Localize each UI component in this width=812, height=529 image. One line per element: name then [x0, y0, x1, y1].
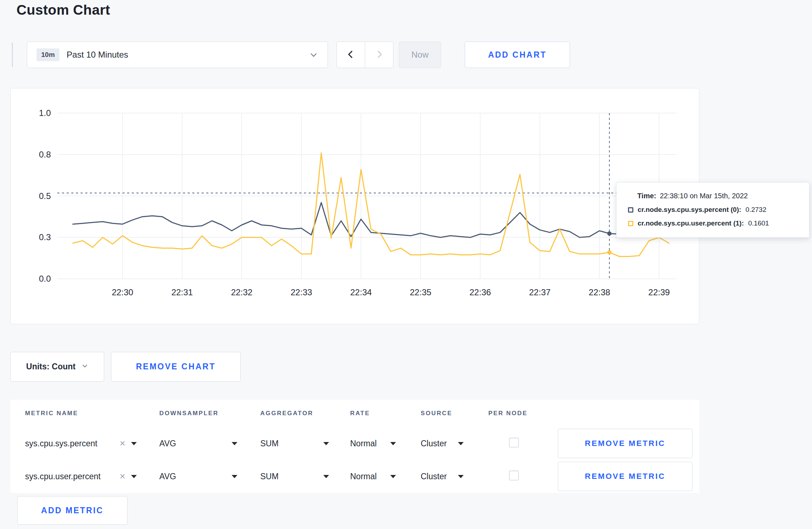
svg-text:0.8: 0.8 [39, 150, 51, 159]
page-title: Custom Chart [16, 2, 110, 18]
remove-metric-button[interactable]: REMOVE METRIC [558, 462, 692, 491]
tooltip-time-value: 22:38:10 on Mar 15th, 2022 [660, 192, 748, 200]
source-value: Cluster [421, 439, 447, 448]
metrics-line-chart[interactable]: 0.00.30.50.81.022:3022:3122:3222:3322:34… [11, 88, 699, 324]
svg-text:22:30: 22:30 [112, 287, 133, 297]
source-cell: Cluster [421, 472, 488, 481]
add-metric-button[interactable]: ADD METRIC [17, 496, 127, 525]
actions-cell: REMOVE METRIC [558, 429, 699, 458]
custom-chart-page: Custom Chart 10m Past 10 Minutes Now ADD… [0, 0, 812, 529]
metric-name-select[interactable]: sys.cpu.sys.percent × [25, 439, 137, 448]
time-range-label: Past 10 Minutes [67, 50, 128, 60]
caret-down-icon [458, 442, 464, 445]
caret-down-icon [323, 475, 329, 478]
caret-down-icon [131, 475, 137, 478]
caret-down-icon [458, 475, 464, 478]
tooltip-series-row: cr.node.sys.cpu.user.percent (1): 0.1601 [628, 219, 801, 227]
column-header-metric-name: METRIC NAME [25, 410, 159, 417]
rate-cell: Normal [350, 472, 421, 481]
column-header-rate: RATE [350, 410, 421, 417]
aggregator-select[interactable]: SUM [260, 472, 329, 481]
chevron-left-icon [346, 49, 356, 60]
source-value: Cluster [421, 472, 447, 481]
tooltip-series-name: cr.node.sys.cpu.sys.percent (0): [638, 206, 741, 214]
tooltip-series-value: 0.1601 [748, 219, 769, 227]
svg-text:0.5: 0.5 [39, 191, 51, 201]
metric-row: sys.cpu.user.percent × AVG SUM [10, 460, 699, 493]
remove-metric-button[interactable]: REMOVE METRIC [558, 429, 692, 458]
time-range-badge: 10m [37, 48, 59, 61]
downsampler-value: AVG [159, 472, 176, 481]
prev-time-button[interactable] [337, 42, 365, 68]
metric-name-select[interactable]: sys.cpu.user.percent × [25, 472, 137, 481]
chart-tooltip: Time:22:38:10 on Mar 15th, 2022 cr.node.… [616, 182, 809, 238]
svg-text:0.3: 0.3 [39, 232, 51, 242]
caret-down-icon [390, 475, 396, 478]
chevron-right-icon [374, 49, 384, 60]
downsampler-cell: AVG [159, 472, 260, 481]
rate-value: Normal [350, 439, 377, 448]
clear-icon[interactable]: × [120, 472, 125, 481]
caret-down-icon [131, 442, 137, 445]
svg-text:0.0: 0.0 [39, 274, 51, 283]
caret-down-icon [232, 475, 237, 478]
source-select[interactable]: Cluster [421, 439, 464, 448]
time-nav-group [337, 42, 393, 68]
aggregator-value: SUM [260, 472, 279, 481]
metric-name-cell: sys.cpu.sys.percent × [25, 439, 159, 448]
clear-icon[interactable]: × [120, 439, 125, 448]
per-node-cell [488, 438, 558, 450]
column-header-aggregator: AGGREGATOR [260, 410, 350, 417]
column-header-source: SOURCE [421, 410, 488, 417]
caret-down-icon [323, 442, 329, 445]
tooltip-series-value: 0.2732 [745, 206, 766, 214]
now-button[interactable]: Now [399, 42, 441, 68]
svg-text:22:39: 22:39 [648, 287, 670, 297]
tooltip-time-label: Time: [637, 192, 656, 200]
svg-text:22:38: 22:38 [589, 287, 610, 297]
svg-text:22:32: 22:32 [231, 287, 252, 297]
column-header-downsampler: DOWNSAMPLER [159, 410, 260, 417]
chart-card: 0.00.30.50.81.022:3022:3122:3222:3322:34… [10, 88, 699, 324]
aggregator-cell: SUM [260, 439, 350, 448]
next-time-button[interactable] [365, 42, 393, 68]
units-dropdown[interactable]: Units: Count [10, 352, 104, 382]
aggregator-value: SUM [260, 439, 279, 448]
svg-text:22:34: 22:34 [350, 287, 372, 297]
metric-row: sys.cpu.sys.percent × AVG SUM N [10, 427, 699, 460]
actions-cell: REMOVE METRIC [558, 462, 699, 491]
series-color-swatch [628, 207, 633, 213]
caret-down-icon [390, 442, 396, 445]
toolbar-divider [12, 43, 13, 67]
tooltip-series-name: cr.node.sys.cpu.user.percent (1): [638, 219, 744, 227]
chevron-down-icon [309, 50, 318, 59]
remove-chart-button[interactable]: REMOVE CHART [111, 352, 241, 382]
svg-text:22:35: 22:35 [410, 287, 431, 297]
source-cell: Cluster [421, 439, 488, 448]
metric-name-value: sys.cpu.user.percent [25, 472, 101, 481]
column-header-per-node: PER NODE [488, 410, 558, 417]
svg-text:22:36: 22:36 [469, 287, 491, 297]
chevron-down-icon [81, 362, 88, 372]
time-range-dropdown[interactable]: 10m Past 10 Minutes [27, 42, 328, 68]
rate-select[interactable]: Normal [350, 439, 396, 448]
downsampler-select[interactable]: AVG [159, 439, 237, 448]
caret-down-icon [232, 442, 237, 445]
svg-text:22:31: 22:31 [171, 287, 193, 297]
per-node-cell [488, 471, 558, 482]
units-label: Units: Count [26, 362, 76, 372]
metric-name-cell: sys.cpu.user.percent × [25, 472, 159, 481]
metrics-table-header: METRIC NAME DOWNSAMPLER AGGREGATOR RATE … [10, 400, 699, 427]
downsampler-value: AVG [159, 439, 176, 448]
aggregator-select[interactable]: SUM [260, 439, 329, 448]
add-chart-button[interactable]: ADD CHART [465, 42, 570, 68]
per-node-checkbox[interactable] [509, 471, 519, 480]
downsampler-select[interactable]: AVG [159, 472, 237, 481]
svg-text:22:37: 22:37 [529, 287, 551, 297]
source-select[interactable]: Cluster [421, 472, 464, 481]
svg-text:22:33: 22:33 [291, 287, 312, 297]
rate-value: Normal [350, 472, 377, 481]
per-node-checkbox[interactable] [509, 438, 519, 447]
aggregator-cell: SUM [260, 472, 350, 481]
rate-select[interactable]: Normal [350, 472, 396, 481]
